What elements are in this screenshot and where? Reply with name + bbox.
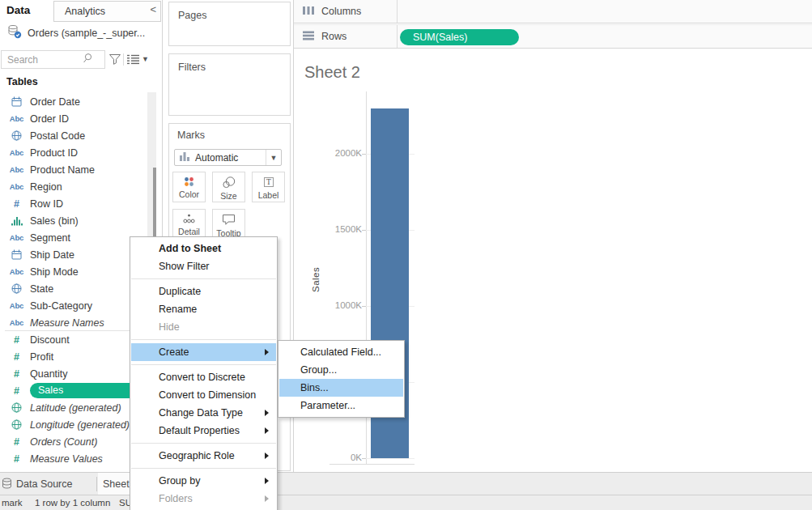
field-row[interactable]: Order Date <box>0 93 147 110</box>
field-label: Sales <box>30 383 144 398</box>
field-row[interactable]: State <box>0 280 147 297</box>
view-list-icon[interactable] <box>127 54 140 67</box>
abc-field-icon: Abc <box>10 267 23 276</box>
search-input[interactable] <box>2 54 83 66</box>
filters-label: Filters <box>178 62 206 73</box>
menu-item-show-filter[interactable]: Show Filter <box>131 257 276 275</box>
pages-shelf[interactable]: Pages <box>168 2 291 46</box>
field-row[interactable]: # Discount <box>0 331 147 348</box>
bar-mark-icon <box>180 152 189 164</box>
menu-item-group-by[interactable]: Group by <box>131 472 276 490</box>
rows-icon <box>303 31 314 43</box>
menu-item-duplicate[interactable]: Duplicate <box>131 283 276 300</box>
menu-item-add-to-sheet[interactable]: Add to Sheet <box>131 240 276 257</box>
columns-shelf[interactable]: Columns <box>294 0 812 23</box>
field-label: Profit <box>30 351 53 363</box>
field-row[interactable]: Sales (bin) <box>0 212 147 229</box>
field-row[interactable]: Postal Code <box>0 127 147 144</box>
field-label: Measure Names <box>30 317 104 329</box>
mark-button-label: Size <box>220 191 236 201</box>
field-row[interactable]: # Orders (Count) <box>0 433 147 450</box>
field-row[interactable]: Abc Product ID <box>0 144 147 161</box>
color-icon <box>183 176 195 189</box>
menu-item-change-data-type[interactable]: Change Data Type <box>131 404 276 422</box>
tab-analytics-label: Analytics <box>65 6 105 17</box>
menu-separator <box>131 364 276 365</box>
rows-shelf[interactable]: Rows SUM(Sales) <box>294 24 812 49</box>
field-row[interactable]: Abc Product Name <box>0 161 147 178</box>
menu-item-convert-to-dimension[interactable]: Convert to Dimension <box>131 386 276 404</box>
field-label: Measure Values <box>30 453 103 465</box>
label-icon: T <box>263 176 274 190</box>
fields-scrollbar-thumb[interactable] <box>153 168 156 244</box>
menu-item-hide: Hide <box>131 318 276 336</box>
calendar-field-icon <box>10 249 23 260</box>
hash-field-icon: # <box>10 385 23 397</box>
menu-item-rename[interactable]: Rename <box>131 300 276 318</box>
hash-field-icon: # <box>10 351 23 363</box>
search-box[interactable] <box>1 50 105 69</box>
field-context-menu: Add to SheetShow FilterDuplicateRenameHi… <box>130 236 278 510</box>
menu-item-calculated-field[interactable]: Calculated Field... <box>279 343 403 361</box>
chevron-down-icon[interactable]: ▼ <box>266 150 281 165</box>
rows-pill-sum-sales[interactable]: SUM(Sales) <box>400 29 519 45</box>
tooltip-button[interactable]: Tooltip <box>212 209 245 240</box>
mark-type-dropdown[interactable]: Automatic ▼ <box>174 149 282 166</box>
submenu-arrow-icon <box>265 349 269 355</box>
menu-item-bins[interactable]: Bins... <box>279 379 403 397</box>
field-row[interactable]: Abc Measure Names <box>0 314 147 331</box>
field-label: Segment <box>30 232 70 244</box>
field-row[interactable]: Abc Segment <box>0 229 147 246</box>
field-row[interactable]: Longitude (generated) <box>0 416 147 433</box>
abc-field-icon: Abc <box>10 148 23 157</box>
menu-item-geographic-role[interactable]: Geographic Role <box>131 447 276 465</box>
menu-item-convert-to-discrete[interactable]: Convert to Discrete <box>131 368 276 386</box>
menu-separator <box>131 443 276 444</box>
rows-label: Rows <box>321 31 346 42</box>
field-label: Ship Mode <box>30 266 79 278</box>
y-tick-label: 1000K <box>328 300 362 310</box>
chart-pane-bottom-border <box>329 464 415 465</box>
filters-shelf[interactable]: Filters <box>168 53 291 116</box>
datasource-item[interactable]: Orders (sample_-_super... <box>7 24 145 41</box>
field-row[interactable]: Ship Date <box>0 246 147 263</box>
field-row[interactable]: Abc Region <box>0 178 147 195</box>
detail-button[interactable]: Detail <box>172 209 206 240</box>
field-row[interactable]: Abc Sub-Category <box>0 297 147 314</box>
field-row[interactable]: Abc Ship Mode <box>0 263 147 280</box>
abc-field-icon: Abc <box>10 318 23 327</box>
field-row[interactable]: Abc Order ID <box>0 110 147 127</box>
field-label: Product ID <box>30 147 78 159</box>
menu-item-default-properties[interactable]: Default Properties <box>131 422 276 440</box>
tab-data-source[interactable]: Data Source <box>2 473 80 495</box>
field-row[interactable]: # Quantity <box>0 365 147 382</box>
size-button[interactable]: Size <box>212 172 245 202</box>
label-button[interactable]: TLabel <box>252 172 285 202</box>
columns-label: Columns <box>321 6 361 17</box>
submenu-arrow-icon <box>265 410 269 416</box>
submenu-arrow-icon <box>265 495 269 502</box>
collapse-pane-icon[interactable]: < <box>150 3 156 15</box>
filter-funnel-icon[interactable] <box>108 53 121 68</box>
menu-item-parameter[interactable]: Parameter... <box>279 397 403 414</box>
field-row[interactable]: # Sales <box>0 382 147 399</box>
menu-separator <box>131 468 276 469</box>
y-axis-title: Sales <box>311 251 322 308</box>
datasource-name: Orders (sample_-_super... <box>28 28 145 39</box>
field-row[interactable]: # Row ID <box>0 195 147 212</box>
status-mark-count: mark <box>2 498 23 508</box>
field-label: Longitude (generated) <box>30 419 130 431</box>
field-row[interactable]: # Profit <box>0 348 147 365</box>
shelf-divider <box>397 25 397 48</box>
field-row[interactable]: Latitude (generated) <box>0 399 147 416</box>
field-label: Postal Code <box>30 130 85 142</box>
axis-tick <box>362 154 366 155</box>
menu-item-create[interactable]: Create <box>131 343 276 361</box>
chevron-down-icon[interactable]: ▼ <box>142 55 149 63</box>
menu-item-group[interactable]: Group... <box>279 361 403 379</box>
calendar-field-icon <box>10 96 23 107</box>
tab-analytics[interactable]: Analytics <box>53 1 161 22</box>
field-row[interactable]: # Measure Values <box>0 450 147 467</box>
tab-data[interactable]: Data <box>6 4 30 16</box>
color-button[interactable]: Color <box>172 172 206 202</box>
